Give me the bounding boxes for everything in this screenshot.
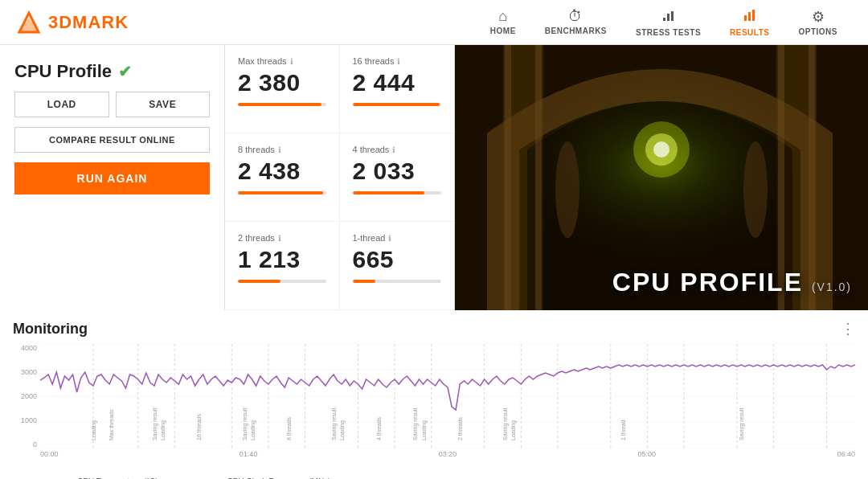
x-axis: 00:00 01:40 03:20 05:00 06:40 (13, 450, 855, 458)
svg-rect-5 (744, 15, 747, 21)
metric-value-0: 2 380 (238, 69, 326, 96)
y-label-1000: 1000 (21, 416, 37, 424)
metric-bar-fill-1 (353, 103, 440, 106)
metric-value-3: 2 033 (353, 158, 442, 185)
metric-bar-fill-4 (238, 280, 280, 283)
metric-info-icon-5: ℹ (388, 234, 391, 243)
metric-bar-5 (353, 280, 442, 283)
svg-text:16 threads: 16 threads (196, 414, 202, 440)
stress-tests-icon (661, 8, 676, 27)
svg-text:Loading: Loading (91, 420, 97, 440)
svg-text:Loading: Loading (250, 420, 256, 440)
y-label-3000: 3000 (21, 368, 37, 376)
top-section: CPU Profile ✔ LOAD SAVE COMPARE RESULT O… (0, 45, 868, 310)
metric-label-0: Max threads ℹ (238, 56, 326, 66)
svg-rect-3 (667, 14, 669, 21)
options-icon: ⚙ (812, 8, 825, 26)
nav-benchmarks-label: BENCHMARKS (545, 27, 607, 35)
frequency-chart: Loading Max threads Saving result Loadin… (40, 344, 855, 448)
home-icon: ⌂ (498, 8, 507, 25)
metric-label-5: 1-thread ℹ (353, 233, 442, 243)
metric-label-3: 4 threads ℹ (353, 145, 442, 154)
metric-bar-fill-0 (238, 103, 321, 106)
nav-home[interactable]: ⌂ HOME (476, 8, 530, 37)
x-label-0: 00:00 (40, 450, 59, 458)
svg-text:Saving result: Saving result (502, 408, 509, 440)
metric-bar-4 (238, 280, 326, 283)
svg-text:Loading: Loading (421, 420, 428, 440)
svg-text:Saving result: Saving result (152, 408, 158, 440)
metric-bar-0 (238, 103, 326, 106)
load-save-row: LOAD SAVE (14, 92, 210, 117)
monitoring-title: Monitoring (13, 321, 88, 338)
x-label-1: 01:40 (240, 450, 258, 458)
metric-label-2: 8 threads ℹ (238, 145, 326, 154)
svg-text:Saving result: Saving result (242, 408, 248, 440)
svg-text:Max threads: Max threads (108, 409, 114, 440)
svg-text:Loading: Loading (160, 420, 166, 440)
svg-rect-2 (663, 18, 665, 21)
metrics-grid: Max threads ℹ 2 380 16 threads ℹ 2 444 8… (225, 45, 455, 310)
metric-cell-5: 1-thread ℹ 665 (340, 222, 455, 310)
metric-cell-3: 4 threads ℹ 2 033 (340, 133, 455, 222)
nav-home-label: HOME (490, 27, 516, 35)
cpu-profile-title-text: CPU Profile (14, 61, 112, 82)
metric-cell-4: 2 threads ℹ 1 213 (225, 222, 340, 310)
y-label-0: 0 (33, 440, 37, 448)
run-again-button[interactable]: RUN AGAIN (14, 162, 210, 194)
svg-point-14 (653, 141, 669, 158)
nav-stress-label: STRESS TESTS (636, 28, 701, 37)
nav-options[interactable]: ⚙ OPTIONS (784, 8, 852, 37)
y-label-2000: 2000 (21, 392, 37, 400)
metric-info-icon-2: ℹ (278, 145, 281, 154)
svg-rect-16 (535, 45, 542, 310)
metric-bar-1 (353, 103, 442, 106)
x-label-4: 06:40 (837, 450, 855, 458)
version-label: (V1.0) (812, 280, 852, 293)
logo-text: 3DMARK (48, 12, 129, 33)
save-button[interactable]: SAVE (116, 92, 211, 117)
benchmarks-icon: ⏱ (568, 8, 583, 25)
metric-bar-fill-2 (238, 191, 323, 194)
left-panel: CPU Profile ✔ LOAD SAVE COMPARE RESULT O… (0, 45, 225, 310)
metric-info-icon-3: ℹ (392, 145, 395, 154)
metric-label-1: 16 threads ℹ (353, 56, 442, 66)
svg-text:Saving result: Saving result (739, 408, 745, 440)
svg-point-19 (555, 141, 579, 238)
metric-info-icon-0: ℹ (290, 57, 293, 66)
nav-options-label: OPTIONS (798, 27, 837, 36)
logo: 3DMARK (16, 10, 129, 35)
svg-point-20 (743, 141, 768, 238)
svg-text:8 threads: 8 threads (286, 416, 292, 440)
metric-label-4: 2 threads ℹ (238, 233, 326, 243)
cpu-profile-image: CPU PROFILE (V1.0) (455, 45, 868, 310)
metric-bar-fill-3 (353, 191, 425, 194)
nav-stress-tests[interactable]: STRESS TESTS (621, 8, 715, 37)
metric-value-1: 2 444 (353, 69, 442, 96)
svg-rect-6 (748, 12, 751, 21)
x-label-2: 03:20 (439, 450, 457, 458)
metric-bar-fill-5 (353, 280, 376, 283)
monitoring-section: Monitoring ⋮ 4000 3000 2000 1000 0 (0, 310, 868, 479)
metric-value-5: 665 (353, 246, 442, 273)
metric-bar-3 (353, 191, 442, 194)
metric-cell-1: 16 threads ℹ 2 444 (340, 45, 455, 133)
metric-bar-2 (238, 191, 326, 194)
nav-benchmarks[interactable]: ⏱ BENCHMARKS (530, 8, 621, 37)
svg-text:4 threads: 4 threads (376, 416, 382, 440)
svg-text:1 thread: 1 thread (620, 420, 626, 440)
load-button[interactable]: LOAD (14, 92, 109, 117)
frequency-line (40, 365, 855, 410)
svg-rect-4 (671, 11, 674, 21)
nav-results[interactable]: RESULTS (715, 8, 784, 37)
cpu-profile-header: CPU Profile ✔ (14, 61, 210, 82)
results-icon (743, 8, 757, 27)
nav-bar: 3DMARK ⌂ HOME ⏱ BENCHMARKS STRESS TESTS … (0, 0, 868, 45)
main-content: CPU Profile ✔ LOAD SAVE COMPARE RESULT O… (0, 45, 868, 479)
svg-text:Saving result: Saving result (331, 408, 338, 440)
svg-text:Loading: Loading (339, 420, 346, 440)
metric-info-icon-4: ℹ (278, 234, 281, 243)
nav-results-label: RESULTS (730, 28, 769, 37)
monitoring-menu-button[interactable]: ⋮ (841, 320, 855, 338)
compare-button[interactable]: COMPARE RESULT ONLINE (14, 127, 210, 153)
